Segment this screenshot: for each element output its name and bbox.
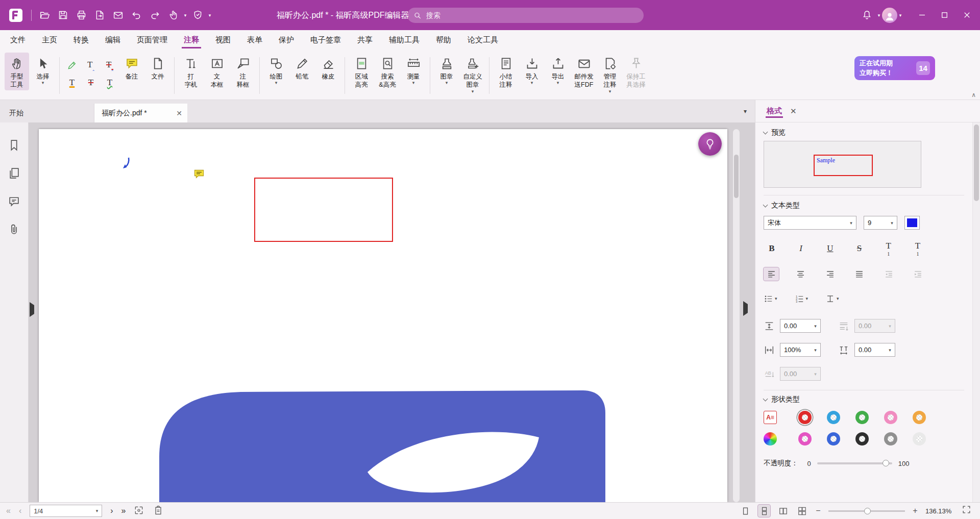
subscript-button[interactable]: T1 <box>910 241 926 256</box>
pages-panel-icon[interactable] <box>8 167 20 180</box>
format-panel-close-icon[interactable]: ✕ <box>790 107 797 116</box>
stamp-button[interactable]: 图章 <box>434 53 459 87</box>
callout-button[interactable]: 注 释框 <box>231 53 255 90</box>
eraser-button[interactable]: 橡皮 <box>316 53 340 82</box>
tab-close-icon[interactable]: ✕ <box>176 109 182 117</box>
underline-text-icon[interactable]: T <box>64 75 80 90</box>
tab-list-dropdown-icon[interactable] <box>744 108 747 115</box>
bullet-list-button[interactable] <box>764 294 777 304</box>
shape-color-green[interactable] <box>855 411 869 424</box>
document-tab-active[interactable]: 福昕办公.pdf * ✕ <box>94 104 187 122</box>
highlight-pencil-icon[interactable] <box>64 57 80 73</box>
menu-tab-edit[interactable]: 编辑 <box>97 30 129 50</box>
hand-tool-button[interactable]: 手型 工具 <box>5 53 29 90</box>
drawing-button[interactable]: 绘图 <box>264 53 288 87</box>
dropdown-caret-icon[interactable] <box>837 296 839 302</box>
import-comments-button[interactable]: 导入 <box>520 53 544 87</box>
zoom-slider[interactable] <box>828 510 905 512</box>
shape-color-blue[interactable] <box>827 432 840 446</box>
font-size-select[interactable]: 9 <box>864 216 897 230</box>
zoom-out-button[interactable] <box>815 506 822 515</box>
font-family-select[interactable]: 宋体 <box>764 216 856 230</box>
notification-dropdown-icon[interactable] <box>876 13 882 18</box>
dropdown-caret-icon[interactable] <box>96 508 99 513</box>
font-color-button[interactable] <box>904 216 920 230</box>
search-highlight-button[interactable]: 搜索 &高亮 <box>375 53 400 90</box>
trial-purchase-banner[interactable]: 正在试用期 立即购买！ 14 <box>854 56 935 80</box>
touch-mode-dropdown-icon[interactable] <box>182 13 188 18</box>
drawing-dropdown-icon[interactable] <box>275 81 278 86</box>
facing-continuous-view-button[interactable] <box>796 505 808 517</box>
menu-tab-comment[interactable]: 注释 <box>176 30 207 50</box>
search-input[interactable] <box>426 11 638 19</box>
opacity-slider-thumb[interactable] <box>883 460 889 466</box>
stamp-dropdown-icon[interactable] <box>446 81 448 86</box>
pencil-button[interactable]: 铅笔 <box>290 53 314 82</box>
shape-color-white[interactable] <box>913 432 926 446</box>
area-highlight-button[interactable]: 区域 高亮 <box>349 53 374 90</box>
previous-page-button[interactable] <box>19 507 21 515</box>
touch-mode-button[interactable] <box>164 6 182 24</box>
snapshot-tool-icon[interactable] <box>134 505 145 516</box>
dropdown-caret-icon[interactable] <box>846 216 856 229</box>
export-comments-button[interactable]: 导出 <box>546 53 570 87</box>
last-page-button[interactable] <box>121 507 126 515</box>
shape-color-orange[interactable] <box>913 411 926 424</box>
bold-button[interactable]: B <box>764 241 780 256</box>
char-spacing-select[interactable]: 0.00 <box>854 343 895 357</box>
menu-tab-view[interactable]: 视图 <box>207 30 239 50</box>
menu-tab-page-manage[interactable]: 页面管理 <box>129 30 176 50</box>
custom-stamp-dropdown-icon[interactable] <box>472 89 474 94</box>
attachments-panel-icon[interactable] <box>8 223 20 236</box>
measure-dropdown-icon[interactable] <box>412 81 415 86</box>
protect-mode-button[interactable] <box>188 6 207 24</box>
dropdown-caret-icon[interactable] <box>885 343 895 356</box>
italic-button[interactable]: I <box>793 241 809 256</box>
page-number-combo[interactable]: 1/4 <box>30 505 102 517</box>
menu-tab-esign[interactable]: 电子签章 <box>302 30 349 50</box>
menu-tab-home[interactable]: 主页 <box>34 30 65 50</box>
fullscreen-button[interactable] <box>962 505 974 517</box>
align-left-button[interactable] <box>764 267 779 281</box>
ribbon-collapse-icon[interactable]: ∧ <box>971 91 976 98</box>
custom-stamp-button[interactable]: 自定义 图章 <box>460 53 485 95</box>
opacity-slider[interactable] <box>817 462 892 464</box>
facing-view-button[interactable] <box>777 505 789 517</box>
replace-text-icon[interactable]: T‸ <box>102 57 118 73</box>
strikethrough-button[interactable]: S <box>851 241 868 256</box>
shape-color-gray[interactable] <box>884 432 897 446</box>
redo-button[interactable] <box>145 6 164 24</box>
menu-tab-protect[interactable]: 保护 <box>271 30 302 50</box>
save-button[interactable] <box>54 6 72 24</box>
note-button[interactable]: 备注 <box>119 53 144 82</box>
shape-color-pink[interactable] <box>884 411 897 424</box>
global-search-box[interactable] <box>407 8 644 23</box>
numbered-list-button[interactable] <box>795 294 808 304</box>
panel-vertical-scrollbar[interactable] <box>972 122 980 502</box>
panel-collapse-handle[interactable] <box>743 304 751 313</box>
select-tool-button[interactable]: 选择 <box>31 53 55 87</box>
document-canvas[interactable] <box>29 122 755 502</box>
menu-tab-form[interactable]: 表单 <box>239 30 271 50</box>
file-attachment-button[interactable]: 文件 <box>145 53 170 82</box>
zoom-in-button[interactable] <box>912 506 919 515</box>
open-file-button[interactable] <box>35 6 54 24</box>
bookmarks-panel-icon[interactable] <box>8 139 20 152</box>
scrollbar-thumb[interactable] <box>734 155 739 198</box>
zoom-level-value[interactable]: 136.13% <box>925 507 955 515</box>
scrollbar-thumb[interactable] <box>974 125 979 201</box>
clipboard-tool-icon[interactable] <box>153 505 164 516</box>
dropdown-caret-icon[interactable] <box>887 216 897 229</box>
justify-button[interactable] <box>852 267 867 281</box>
zoom-slider-thumb[interactable] <box>864 508 871 514</box>
menu-tab-convert[interactable]: 转换 <box>65 30 97 50</box>
text-type-section-header[interactable]: 文本类型 <box>764 201 964 211</box>
canvas-vertical-scrollbar[interactable] <box>733 129 740 502</box>
shape-color-skyblue[interactable] <box>827 411 840 424</box>
align-right-button[interactable] <box>822 267 838 281</box>
menu-tab-accessibility[interactable]: 辅助工具 <box>381 30 428 50</box>
manage-comments-button[interactable]: 管理 注释 <box>598 53 622 95</box>
continuous-view-button[interactable] <box>758 505 770 517</box>
undo-button[interactable] <box>127 6 145 24</box>
menu-tab-help[interactable]: 帮助 <box>428 30 459 50</box>
